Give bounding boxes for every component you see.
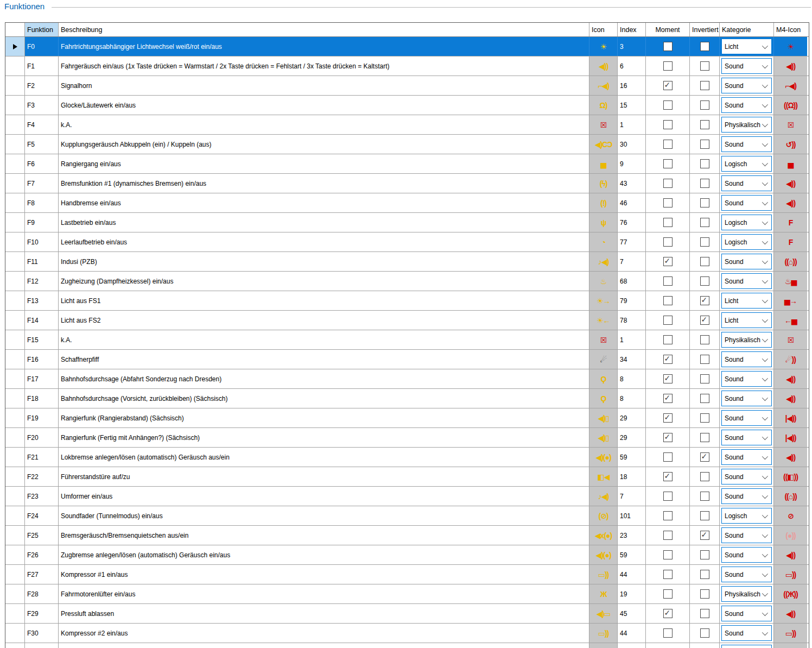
funktion-cell[interactable]: F3 <box>25 96 59 115</box>
kategorie-dropdown[interactable]: Sound <box>721 254 772 269</box>
moment-checkbox[interactable] <box>663 237 673 247</box>
moment-checkbox[interactable] <box>663 218 673 227</box>
kategorie-dropdown[interactable]: Sound <box>721 97 772 113</box>
beschreibung-cell[interactable]: Licht aus FS2 <box>59 311 589 330</box>
table-row[interactable]: F2 Signalhorn ⌐◀) 16 Sound ⌐◀) <box>5 76 809 96</box>
funktion-cell[interactable]: F23 <box>25 487 59 506</box>
beschreibung-cell[interactable]: Glocke/Läutewerk ein/aus <box>59 96 589 115</box>
moment-checkbox[interactable] <box>663 531 673 540</box>
table-row[interactable]: F7 Bremsfunktion #1 (dynamisches Bremsen… <box>5 174 809 193</box>
kategorie-dropdown[interactable]: Sound <box>721 625 772 641</box>
beschreibung-cell[interactable]: Umformer ein/aus <box>59 487 589 506</box>
invertiert-checkbox[interactable] <box>700 159 709 168</box>
table-row[interactable]: F19 Rangierfunk (Rangierabstand) (Sächsi… <box>5 408 809 428</box>
row-selector-cell[interactable] <box>5 96 25 115</box>
row-selector-cell[interactable] <box>5 506 25 525</box>
index-cell[interactable]: 44 <box>618 624 646 643</box>
invertiert-checkbox[interactable] <box>700 374 709 383</box>
kategorie-dropdown[interactable]: Sound <box>721 351 772 367</box>
index-cell[interactable]: 46 <box>618 193 646 212</box>
row-selector-cell[interactable] <box>5 604 25 623</box>
kategorie-dropdown[interactable]: Sound <box>721 645 772 648</box>
kategorie-dropdown[interactable]: Physikalisch <box>721 332 772 348</box>
invertiert-checkbox[interactable] <box>700 355 709 364</box>
funktion-cell[interactable]: F27 <box>25 565 59 584</box>
table-row[interactable]: F24 Soundfader (Tunnelmodus) ein/aus (⊘)… <box>5 506 809 526</box>
table-row[interactable]: F12 Zugheizung (Dampfheizkessel) ein/aus… <box>5 272 809 291</box>
kategorie-dropdown[interactable]: Sound <box>721 527 772 543</box>
index-cell[interactable]: 19 <box>618 584 646 603</box>
table-row[interactable]: F9 Lastbetrieb ein/aus ψ 76 Logisch F <box>5 213 809 232</box>
index-cell[interactable]: 43 <box>618 174 646 193</box>
table-row[interactable]: F8 Handbremse ein/aus (!) 46 Sound ◀)) <box>5 193 809 213</box>
kategorie-dropdown[interactable]: Logisch <box>721 215 772 230</box>
moment-checkbox[interactable] <box>663 433 673 442</box>
kategorie-dropdown[interactable]: Logisch <box>721 234 772 250</box>
table-row[interactable]: F18 Bahnhofsdurchsage (Vorsicht, zurückb… <box>5 389 809 408</box>
funktion-cell[interactable]: F9 <box>25 213 59 232</box>
table-row[interactable]: F6 Rangiergang ein/aus ▅ 9 Logisch ▅ <box>5 154 809 174</box>
moment-checkbox[interactable] <box>663 550 673 559</box>
beschreibung-cell[interactable]: Lokbremse anlegen/lösen (automatisch) Ge… <box>59 448 589 467</box>
moment-checkbox[interactable] <box>663 316 673 325</box>
invertiert-checkbox[interactable] <box>700 42 709 51</box>
row-selector-cell[interactable] <box>5 37 25 56</box>
row-selector-cell[interactable] <box>5 545 25 564</box>
kategorie-dropdown[interactable]: Sound <box>721 488 772 504</box>
row-selector-cell[interactable] <box>5 467 25 486</box>
funktion-cell[interactable]: F15 <box>25 330 59 349</box>
row-selector-cell[interactable] <box>5 154 25 173</box>
funktion-cell[interactable]: F12 <box>25 272 59 291</box>
index-cell[interactable]: 7 <box>618 252 646 271</box>
moment-checkbox[interactable] <box>663 472 673 481</box>
moment-checkbox[interactable] <box>663 42 673 51</box>
funktion-cell[interactable]: F30 <box>25 624 59 643</box>
invertiert-checkbox[interactable] <box>700 335 709 344</box>
table-row[interactable]: F13 Licht aus FS1 ☀→ 79 Licht ▅→ <box>5 291 809 311</box>
column-header-funktion[interactable]: Funktion <box>25 23 59 36</box>
index-cell[interactable]: 7 <box>618 487 646 506</box>
beschreibung-cell[interactable]: Schaffnerpfiff <box>59 350 589 369</box>
funktion-cell[interactable]: F25 <box>25 526 59 545</box>
row-selector-cell[interactable] <box>5 76 25 95</box>
beschreibung-cell[interactable]: Kompressor #1 ein/aus <box>59 565 589 584</box>
moment-checkbox[interactable] <box>663 570 673 579</box>
beschreibung-cell[interactable]: Weichengeräusch/-quietschen ein/aus <box>59 643 589 648</box>
invertiert-checkbox[interactable] <box>700 237 709 247</box>
table-row[interactable]: F27 Kompressor #1 ein/aus ▭)) 44 Sound ▭… <box>5 565 809 584</box>
beschreibung-cell[interactable]: Fahrgeräusch ein/aus (1x Taste drücken =… <box>59 56 589 76</box>
row-selector-cell[interactable] <box>5 213 25 232</box>
moment-checkbox[interactable] <box>663 374 673 383</box>
row-selector-cell[interactable] <box>5 232 25 251</box>
index-cell[interactable]: 29 <box>618 428 646 447</box>
invertiert-checkbox[interactable] <box>700 550 709 559</box>
beschreibung-cell[interactable]: k.A. <box>59 115 589 134</box>
kategorie-dropdown[interactable]: Licht <box>721 39 772 54</box>
funktion-cell[interactable]: F14 <box>25 311 59 330</box>
invertiert-checkbox[interactable] <box>700 394 709 403</box>
kategorie-dropdown[interactable]: Sound <box>721 78 772 93</box>
index-cell[interactable]: 68 <box>618 272 646 291</box>
invertiert-checkbox[interactable] <box>700 452 709 462</box>
invertiert-checkbox[interactable] <box>700 218 709 227</box>
row-selector-cell[interactable] <box>5 389 25 408</box>
table-row[interactable]: F10 Leerlaufbetrieb ein/aus ◔ 77 Logisch… <box>5 232 809 252</box>
row-selector-cell[interactable] <box>5 526 25 545</box>
column-header-m4-icon[interactable]: M4-Icon <box>774 23 807 36</box>
kategorie-dropdown[interactable]: Sound <box>721 469 772 485</box>
index-cell[interactable]: 79 <box>618 291 646 310</box>
funktion-cell[interactable]: F10 <box>25 232 59 251</box>
kategorie-dropdown[interactable]: Sound <box>721 58 772 74</box>
row-selector-cell[interactable] <box>5 115 25 134</box>
index-cell[interactable]: 44 <box>618 565 646 584</box>
funktion-cell[interactable]: F29 <box>25 604 59 623</box>
column-header-moment[interactable]: Moment <box>646 23 690 36</box>
index-cell[interactable]: 30 <box>618 135 646 154</box>
beschreibung-cell[interactable]: Kupplungsgeräusch Abkuppeln (ein) / Kupp… <box>59 135 589 154</box>
funktion-cell[interactable]: F1 <box>25 56 59 76</box>
beschreibung-cell[interactable]: Fahrmotorenlüfter ein/aus <box>59 584 589 603</box>
funktion-cell[interactable]: F19 <box>25 408 59 427</box>
funktion-cell[interactable]: F31 <box>25 643 59 648</box>
funktion-cell[interactable]: F2 <box>25 76 59 95</box>
table-row[interactable]: F1 Fahrgeräusch ein/aus (1x Taste drücke… <box>5 56 809 76</box>
